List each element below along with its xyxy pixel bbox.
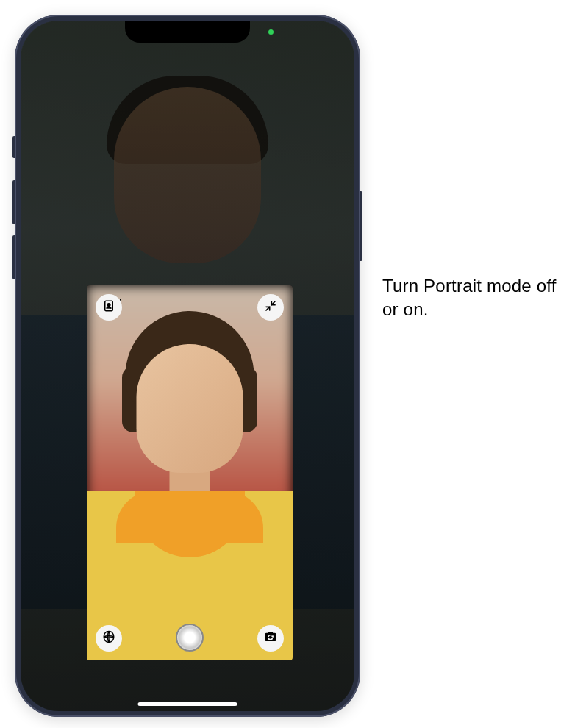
capture-photo-button[interactable] — [176, 624, 204, 652]
ring-switch — [12, 136, 15, 158]
effects-button[interactable] — [96, 625, 122, 652]
portrait-mode-icon — [102, 299, 115, 315]
callout-portrait-mode: Turn Portrait mode off or on. — [382, 274, 574, 322]
portrait-mode-button[interactable] — [96, 294, 122, 321]
notch — [125, 21, 250, 43]
side-button — [360, 191, 362, 261]
callout-leader-line — [120, 299, 374, 299]
volume-down-button — [12, 235, 15, 279]
iphone-screen — [21, 21, 354, 711]
home-indicator[interactable] — [138, 702, 238, 706]
camera-active-indicator-icon — [268, 29, 274, 35]
collapse-tile-button[interactable] — [257, 294, 284, 321]
collapse-icon — [265, 300, 276, 315]
volume-up-button — [12, 180, 15, 224]
self-view-tile[interactable] — [87, 285, 293, 660]
svg-point-1 — [107, 304, 110, 307]
effects-icon — [101, 629, 116, 647]
iphone-frame — [15, 15, 360, 717]
flip-camera-button[interactable] — [257, 625, 284, 652]
flip-camera-icon — [264, 630, 277, 646]
